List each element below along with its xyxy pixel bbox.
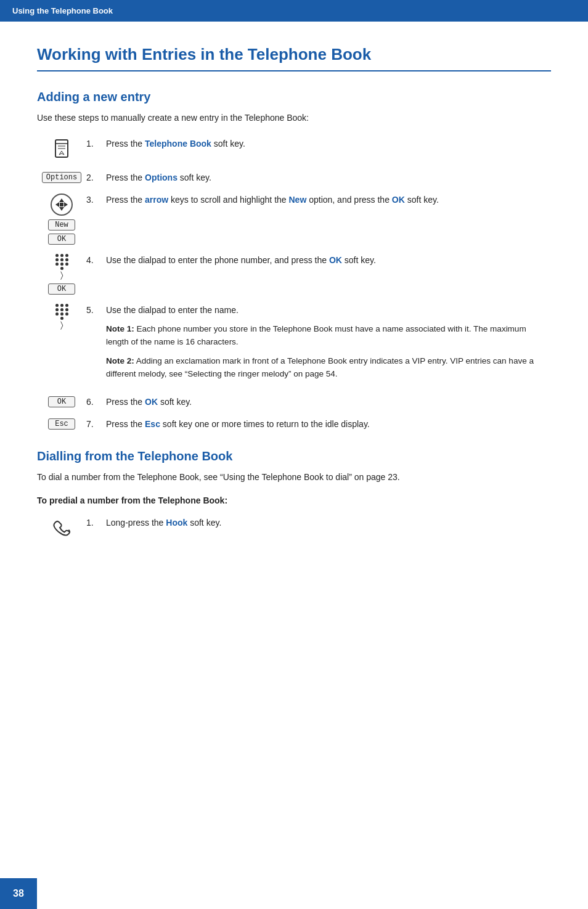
step-3-icon-col: New OK [37, 192, 86, 245]
arrow-keys-icon [51, 194, 73, 216]
telephone-book-ref: Telephone Book [145, 139, 211, 149]
step-5-content: Use the dialpad to enter the name. Note … [106, 303, 551, 387]
dialpad-icon-5: 〉 [55, 304, 68, 330]
section-title-adding: Adding a new entry [37, 90, 551, 104]
step-5-icon-col: 〉 [37, 303, 86, 330]
svg-marker-6 [55, 202, 59, 207]
step-3-content: Press the arrow keys to scroll and highl… [106, 192, 551, 207]
step-1-icon-col [37, 136, 86, 163]
esc-ref: Esc [145, 419, 160, 429]
section-intro-dialling: To dial a number from the Telephone Book… [37, 472, 551, 482]
step-6-num: 6. [86, 394, 106, 407]
ok-key-icon-6: OK [48, 396, 75, 407]
note-2: Note 2: Adding an exclamation mark in fr… [106, 355, 551, 381]
step-2: Options 2. Press the Options soft key. [37, 170, 551, 185]
section-adding: Adding a new entry Use these steps to ma… [37, 90, 551, 431]
step-6-content: Press the OK soft key. [106, 394, 551, 409]
arrow-ref: arrow [145, 195, 168, 205]
step-1-num: 1. [86, 136, 106, 149]
options-ref: Options [145, 173, 178, 182]
step-2-content: Press the Options soft key. [106, 170, 551, 185]
step-5-num: 5. [86, 303, 106, 315]
new-key-icon: New [48, 219, 75, 230]
step-2-icon-col: Options [37, 170, 86, 184]
substep-1-content: Long-press the Hook soft key. [106, 515, 551, 530]
step-7: Esc 7. Press the Esc soft key one or mor… [37, 417, 551, 431]
step-4-icon-col: 〉 OK [37, 253, 86, 295]
step-1: 1. Press the Telephone Book soft key. [37, 136, 551, 163]
substep-1-num: 1. [86, 515, 106, 528]
dialpad-icon-4: 〉 [55, 254, 68, 280]
note-1: Note 1: Each phone number you store in t… [106, 323, 551, 349]
hook-icon [50, 516, 73, 542]
main-content: Working with Entries in the Telephone Bo… [0, 22, 588, 586]
substep-1-icon-col [37, 515, 86, 542]
step-6: OK 6. Press the OK soft key. [37, 394, 551, 409]
hook-ref: Hook [166, 518, 187, 528]
ok-ref-4: OK [329, 255, 342, 265]
svg-rect-8 [60, 203, 63, 206]
new-ref: New [289, 195, 307, 205]
step-4: 〉 OK 4. Use the dialpad to enter the pho… [37, 253, 551, 295]
section-title-dialling: Dialling from the Telephone Book [37, 449, 551, 463]
notes-block: Note 1: Each phone number you store in t… [106, 323, 551, 381]
step-4-content: Use the dialpad to enter the phone numbe… [106, 253, 551, 267]
page-number-bar: 38 [0, 878, 37, 909]
substep-1: 1. Long-press the Hook soft key. [37, 515, 551, 542]
ok-key-icon-3: OK [48, 234, 75, 245]
svg-marker-4 [59, 198, 64, 202]
ok-ref-6: OK [145, 397, 158, 407]
section-intro-adding: Use these steps to manually create a new… [37, 113, 551, 123]
step-7-icon-col: Esc [37, 417, 86, 430]
step-6-icon-col: OK [37, 394, 86, 408]
step-7-num: 7. [86, 417, 106, 429]
page-title: Working with Entries in the Telephone Bo… [37, 45, 551, 71]
step-2-num: 2. [86, 170, 106, 182]
options-key-icon: Options [42, 172, 81, 183]
phonebook-icon [51, 137, 73, 163]
ok-key-icon-4: OK [48, 283, 75, 295]
svg-marker-7 [64, 202, 68, 207]
step-1-content: Press the Telephone Book soft key. [106, 136, 551, 151]
step-3: New OK 3. Press the arrow keys to scroll… [37, 192, 551, 245]
svg-marker-5 [59, 207, 64, 211]
step-4-num: 4. [86, 253, 106, 265]
page-number: 38 [13, 888, 24, 899]
predial-subtitle: To predial a number from the Telephone B… [37, 495, 551, 505]
ok-ref-3: OK [392, 195, 405, 205]
header-title: Using the Telephone Book [12, 6, 113, 15]
step-5: 〉 5. Use the dialpad to enter the name. … [37, 303, 551, 387]
step-3-num: 3. [86, 192, 106, 205]
esc-key-icon: Esc [48, 418, 75, 430]
section-dialling: Dialling from the Telephone Book To dial… [37, 449, 551, 542]
header-bar: Using the Telephone Book [0, 0, 588, 22]
step-7-content: Press the Esc soft key one or more times… [106, 417, 551, 431]
